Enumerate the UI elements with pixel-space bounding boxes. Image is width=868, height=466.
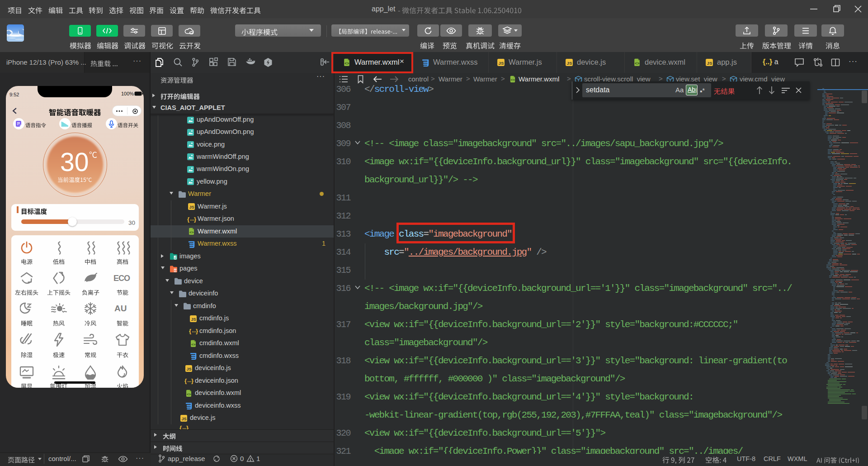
svg-text:AU: AU — [114, 304, 127, 313]
svg-text:}: } — [194, 216, 196, 223]
svg-text:{: { — [184, 377, 187, 384]
svg-text:<>: <> — [187, 392, 191, 396]
svg-text:<>: <> — [635, 61, 639, 66]
svg-text:JS: JS — [186, 367, 191, 371]
svg-text:<>: <> — [191, 342, 196, 347]
svg-text:}: } — [191, 377, 193, 384]
svg-text:JS: JS — [567, 61, 572, 66]
svg-text:}: } — [196, 328, 198, 334]
svg-text:JS: JS — [189, 205, 194, 209]
svg-text:{: { — [189, 328, 191, 334]
svg-text:<>: <> — [189, 230, 194, 234]
svg-text:ECO: ECO — [113, 274, 130, 283]
svg-text:JS: JS — [181, 417, 186, 421]
svg-text:{: { — [187, 216, 189, 223]
svg-text:JS: JS — [499, 61, 504, 66]
svg-text:JS: JS — [707, 61, 712, 66]
svg-text:<>: <> — [174, 269, 177, 271]
svg-text:JS: JS — [191, 317, 196, 322]
svg-text:<>: <> — [511, 78, 515, 82]
